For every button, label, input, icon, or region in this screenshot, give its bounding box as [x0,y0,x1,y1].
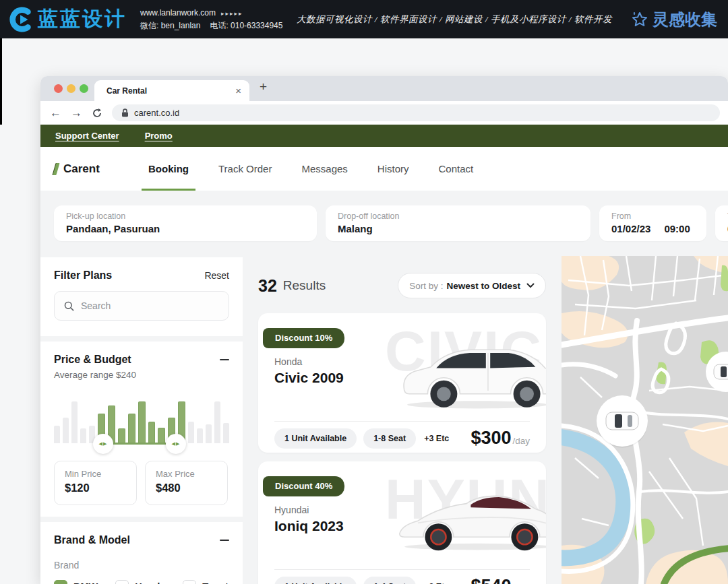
search-input[interactable] [81,300,202,311]
reset-filters-button[interactable]: Reset [204,270,229,281]
new-tab-button[interactable]: + [260,79,267,94]
studio-services: 大数据可视化设计 / 软件界面设计 / 网站建设 / 手机及小程序设计 / 软件… [297,13,612,26]
units-pill: 1 Unit Available [274,428,357,449]
pickup-location-field[interactable]: Pick-up location Pandaan, Pasuruan [54,205,317,241]
map-car-marker[interactable] [597,395,648,448]
brand-name: Carent [63,162,100,176]
checkbox[interactable] [54,580,67,584]
studio-logo-text: 蓝蓝设计 [38,5,127,33]
nav-item-booking[interactable]: Booking [148,147,189,191]
map-canvas [562,256,728,584]
back-icon[interactable]: ← [50,107,61,119]
filter-plans-title: Filter Plans [54,269,112,282]
car-card-ioniq[interactable]: HYUN Discount 40% Hyundai Ioniq 2023 1 U… [258,461,546,584]
histogram-bar [197,428,203,443]
collect-label: 灵感收集 [653,9,717,30]
design-studio-banner: 蓝蓝设计 www.lanlanwork.com▸▸▸▸▸ 微信: ben_lan… [0,0,728,38]
studio-wechat: 微信: ben_lanlan [140,21,200,30]
dropoff-value: Malang [338,223,578,234]
map-panel[interactable] [562,256,728,584]
browser-tabstrip: Car Rental × + [40,76,728,101]
site-viewport: Support Center Promo Carent Booking Trac… [40,125,728,584]
url-text: carent.co.id [134,108,179,118]
pickup-value: Pandaan, Pasuruan [66,223,305,234]
nav-item-history[interactable]: History [377,147,409,191]
seats-pill: 1-4 Seat [363,577,416,584]
url-bar[interactable]: carent.co.id [112,104,720,121]
browser-window: Car Rental × + ← → carent.co.id Support … [40,76,728,584]
pickup-label: Pick-up location [66,212,305,221]
arrows-icon: ▸▸▸▸▸ [221,10,243,17]
logo-slash-icon [53,163,59,175]
car-brand: Hyundai [274,505,309,515]
extra-features-text: +3 Etc [424,434,449,443]
results-count: 32 [258,276,277,296]
refresh-icon[interactable] [92,108,102,119]
from-label: From [611,212,694,221]
discount-badge: Discount 40% [263,476,344,496]
filter-searchbox[interactable] [54,291,229,321]
tab-close-icon[interactable]: × [235,85,241,96]
car-image-ioniq [396,475,546,562]
forward-icon[interactable]: → [71,107,82,119]
histogram-bar [128,414,135,443]
chevron-down-icon [526,283,535,288]
from-time: 09:00 [664,223,690,234]
max-price-label: Max Price [156,469,217,479]
inspiration-collect[interactable]: 灵感收集 [631,9,717,30]
max-price-field[interactable]: Max Price $480 [145,461,228,505]
histogram-bar [63,418,69,443]
divider [274,569,530,570]
traffic-minimize-button[interactable] [67,84,75,93]
collapse-minus-icon[interactable] [220,540,229,541]
car-card-civic[interactable]: CIVIC Discount 10% Honda Civic 2009 1 Un… [258,313,546,453]
to-datetime-field[interactable]: To 09:00 [715,205,728,241]
from-datetime-field[interactable]: From 01/02/2309:00 [599,205,706,241]
studio-website[interactable]: www.lanlanwork.com [140,8,216,18]
price-per-day: $300 [471,428,511,449]
brand-model-title: Brand & Model [54,534,130,546]
min-price-field[interactable]: Min Price $120 [54,461,137,505]
main-navigation: Carent Booking Track Order Messages Hist… [40,147,728,191]
checkbox[interactable] [115,580,129,584]
studio-phone: 电话: 010-63334945 [210,21,282,30]
nav-item-track-order[interactable]: Track Order [218,147,272,191]
browser-toolbar: ← → carent.co.id [40,101,728,125]
brand-option-2[interactable]: Toyota [183,580,233,584]
carent-logo[interactable]: Carent [54,162,140,176]
collapse-minus-icon[interactable] [220,359,229,360]
range-handle-max[interactable]: ◀▶ [166,434,186,454]
results-label: Results [283,278,326,293]
studio-logo-icon [8,7,34,32]
car-image-civic [396,331,546,418]
nav-item-messages[interactable]: Messages [301,147,347,191]
brand-option-1[interactable]: Honda [115,580,165,584]
discount-badge: Discount 10% [263,328,344,348]
car-brand: Honda [274,356,302,367]
support-center-link[interactable]: Support Center [55,131,119,141]
min-price-value: $120 [65,482,126,494]
price-budget-panel: Price & Budget Average range $240 ◀▶ ◀▶ … [40,342,243,517]
active-tab-underline [142,189,195,191]
traffic-close-button[interactable] [54,84,63,93]
average-range-text: Average range $240 [54,370,229,380]
range-handle-min[interactable]: ◀▶ [93,434,113,454]
histogram-bar [54,426,60,443]
promo-link[interactable]: Promo [145,131,173,141]
lock-icon [121,108,129,117]
studio-logo: 蓝蓝设计 [8,5,127,33]
per-day-label: /day [512,436,530,446]
nav-item-contact[interactable]: Contact [439,147,474,191]
filter-panel-header: Filter Plans Reset [40,257,243,336]
dropoff-label: Drop-off location [338,212,578,221]
dropoff-location-field[interactable]: Drop-off location Malang [326,205,590,241]
car-model: Ioniq 2023 [274,518,344,534]
min-price-label: Min Price [65,469,126,479]
site-topbar: Support Center Promo [40,125,728,147]
brand-option-0[interactable]: BMW [54,580,98,584]
traffic-zoom-button[interactable] [80,84,88,93]
checkbox[interactable] [183,580,196,584]
price-per-day: $540 [471,576,511,584]
sort-dropdown[interactable]: Sort by : Newest to Oldest [398,273,546,298]
browser-tab[interactable]: Car Rental × [94,80,249,101]
